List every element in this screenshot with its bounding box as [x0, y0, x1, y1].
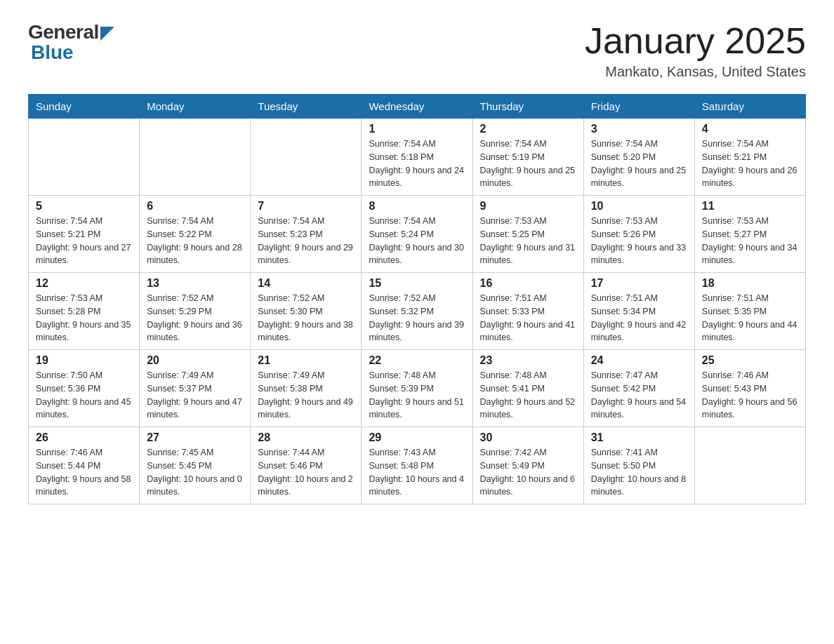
- calendar-cell: 31Sunrise: 7:41 AMSunset: 5:50 PMDayligh…: [583, 427, 694, 504]
- day-number: 26: [36, 431, 132, 444]
- title-block: January 2025 Mankato, Kansas, United Sta…: [585, 21, 806, 80]
- day-info: Sunrise: 7:49 AMSunset: 5:38 PMDaylight:…: [258, 369, 354, 422]
- day-info: Sunrise: 7:44 AMSunset: 5:46 PMDaylight:…: [258, 446, 354, 499]
- day-info: Sunrise: 7:53 AMSunset: 5:27 PMDaylight:…: [702, 215, 798, 267]
- calendar-table: SundayMondayTuesdayWednesdayThursdayFrid…: [28, 94, 806, 504]
- weekday-header-friday: Friday: [583, 95, 694, 119]
- day-number: 13: [147, 277, 243, 290]
- calendar-title: January 2025: [585, 21, 806, 61]
- day-info: Sunrise: 7:48 AMSunset: 5:39 PMDaylight:…: [369, 369, 465, 422]
- day-info: Sunrise: 7:50 AMSunset: 5:36 PMDaylight:…: [36, 369, 132, 422]
- day-number: 3: [591, 123, 687, 135]
- day-info: Sunrise: 7:48 AMSunset: 5:41 PMDaylight:…: [480, 369, 576, 422]
- day-info: Sunrise: 7:49 AMSunset: 5:37 PMDaylight:…: [147, 369, 243, 422]
- calendar-cell: 16Sunrise: 7:51 AMSunset: 5:33 PMDayligh…: [472, 273, 583, 350]
- calendar-cell: 26Sunrise: 7:46 AMSunset: 5:44 PMDayligh…: [29, 427, 140, 504]
- calendar-cell: 23Sunrise: 7:48 AMSunset: 5:41 PMDayligh…: [472, 350, 583, 427]
- calendar-cell: 7Sunrise: 7:54 AMSunset: 5:23 PMDaylight…: [251, 196, 362, 273]
- day-number: 7: [258, 200, 354, 213]
- calendar-cell: 2Sunrise: 7:54 AMSunset: 5:19 PMDaylight…: [472, 119, 583, 196]
- day-number: 21: [258, 354, 354, 367]
- day-info: Sunrise: 7:47 AMSunset: 5:42 PMDaylight:…: [591, 369, 687, 422]
- day-info: Sunrise: 7:54 AMSunset: 5:21 PMDaylight:…: [702, 137, 798, 190]
- day-number: 17: [591, 277, 687, 290]
- weekday-header-sunday: Sunday: [29, 95, 140, 119]
- day-info: Sunrise: 7:53 AMSunset: 5:25 PMDaylight:…: [480, 215, 576, 267]
- calendar-cell: 19Sunrise: 7:50 AMSunset: 5:36 PMDayligh…: [29, 350, 140, 427]
- calendar-cell: [251, 119, 362, 196]
- calendar-cell: 6Sunrise: 7:54 AMSunset: 5:22 PMDaylight…: [140, 196, 251, 273]
- calendar-cell: 12Sunrise: 7:53 AMSunset: 5:28 PMDayligh…: [29, 273, 140, 350]
- day-number: 27: [147, 431, 243, 444]
- calendar-cell: 3Sunrise: 7:54 AMSunset: 5:20 PMDaylight…: [583, 119, 694, 196]
- weekday-header-saturday: Saturday: [694, 95, 805, 119]
- day-number: 19: [36, 354, 132, 367]
- calendar-cell: 5Sunrise: 7:54 AMSunset: 5:21 PMDaylight…: [29, 196, 140, 273]
- calendar-cell: 18Sunrise: 7:51 AMSunset: 5:35 PMDayligh…: [694, 273, 805, 350]
- calendar-week-5: 26Sunrise: 7:46 AMSunset: 5:44 PMDayligh…: [29, 427, 806, 504]
- day-info: Sunrise: 7:54 AMSunset: 5:21 PMDaylight:…: [36, 215, 132, 267]
- calendar-cell: 9Sunrise: 7:53 AMSunset: 5:25 PMDaylight…: [472, 196, 583, 273]
- day-number: 12: [36, 277, 132, 290]
- day-info: Sunrise: 7:54 AMSunset: 5:24 PMDaylight:…: [369, 215, 465, 267]
- weekday-header-row: SundayMondayTuesdayWednesdayThursdayFrid…: [29, 95, 806, 119]
- day-info: Sunrise: 7:54 AMSunset: 5:22 PMDaylight:…: [147, 215, 243, 267]
- calendar-cell: 4Sunrise: 7:54 AMSunset: 5:21 PMDaylight…: [694, 119, 805, 196]
- calendar-cell: [694, 427, 805, 504]
- calendar-cell: 17Sunrise: 7:51 AMSunset: 5:34 PMDayligh…: [583, 273, 694, 350]
- page-header: General Blue January 2025 Mankato, Kansa…: [28, 21, 806, 80]
- calendar-cell: 20Sunrise: 7:49 AMSunset: 5:37 PMDayligh…: [140, 350, 251, 427]
- day-number: 28: [258, 431, 354, 444]
- day-info: Sunrise: 7:42 AMSunset: 5:49 PMDaylight:…: [480, 446, 576, 499]
- calendar-cell: 24Sunrise: 7:47 AMSunset: 5:42 PMDayligh…: [583, 350, 694, 427]
- day-number: 8: [369, 200, 465, 213]
- day-number: 30: [480, 431, 576, 444]
- calendar-cell: 28Sunrise: 7:44 AMSunset: 5:46 PMDayligh…: [251, 427, 362, 504]
- day-number: 29: [369, 431, 465, 444]
- day-info: Sunrise: 7:51 AMSunset: 5:35 PMDaylight:…: [702, 292, 798, 344]
- day-info: Sunrise: 7:54 AMSunset: 5:20 PMDaylight:…: [591, 137, 687, 190]
- day-info: Sunrise: 7:45 AMSunset: 5:45 PMDaylight:…: [147, 446, 243, 499]
- calendar-week-3: 12Sunrise: 7:53 AMSunset: 5:28 PMDayligh…: [29, 273, 806, 350]
- weekday-header-tuesday: Tuesday: [251, 95, 362, 119]
- day-number: 20: [147, 354, 243, 367]
- logo-blue-text: Blue: [31, 43, 114, 62]
- calendar-location: Mankato, Kansas, United States: [585, 64, 806, 80]
- day-info: Sunrise: 7:46 AMSunset: 5:44 PMDaylight:…: [36, 446, 132, 499]
- day-number: 2: [480, 123, 576, 135]
- calendar-cell: 15Sunrise: 7:52 AMSunset: 5:32 PMDayligh…: [362, 273, 472, 350]
- day-number: 1: [369, 123, 465, 135]
- calendar-cell: 21Sunrise: 7:49 AMSunset: 5:38 PMDayligh…: [251, 350, 362, 427]
- day-info: Sunrise: 7:53 AMSunset: 5:26 PMDaylight:…: [591, 215, 687, 267]
- day-number: 23: [480, 354, 576, 367]
- day-info: Sunrise: 7:52 AMSunset: 5:30 PMDaylight:…: [258, 292, 354, 344]
- day-number: 5: [36, 200, 132, 213]
- calendar-cell: 27Sunrise: 7:45 AMSunset: 5:45 PMDayligh…: [140, 427, 251, 504]
- calendar-cell: 30Sunrise: 7:42 AMSunset: 5:49 PMDayligh…: [472, 427, 583, 504]
- calendar-cell: 11Sunrise: 7:53 AMSunset: 5:27 PMDayligh…: [694, 196, 805, 273]
- weekday-header-monday: Monday: [140, 95, 251, 119]
- day-number: 14: [258, 277, 354, 290]
- day-info: Sunrise: 7:41 AMSunset: 5:50 PMDaylight:…: [591, 446, 687, 499]
- calendar-week-1: 1Sunrise: 7:54 AMSunset: 5:18 PMDaylight…: [29, 119, 806, 196]
- weekday-header-thursday: Thursday: [472, 95, 583, 119]
- day-number: 10: [591, 200, 687, 213]
- day-number: 18: [702, 277, 798, 290]
- calendar-cell: [140, 119, 251, 196]
- day-info: Sunrise: 7:52 AMSunset: 5:32 PMDaylight:…: [369, 292, 465, 344]
- day-info: Sunrise: 7:54 AMSunset: 5:23 PMDaylight:…: [258, 215, 354, 267]
- logo: General Blue: [28, 21, 114, 62]
- day-info: Sunrise: 7:53 AMSunset: 5:28 PMDaylight:…: [36, 292, 132, 344]
- day-number: 22: [369, 354, 465, 367]
- day-number: 4: [702, 123, 798, 135]
- day-info: Sunrise: 7:54 AMSunset: 5:19 PMDaylight:…: [480, 137, 576, 190]
- svg-marker-0: [100, 27, 114, 41]
- logo-general-text: General: [28, 22, 99, 42]
- day-info: Sunrise: 7:52 AMSunset: 5:29 PMDaylight:…: [147, 292, 243, 344]
- logo-triangle-icon: [100, 27, 114, 41]
- calendar-cell: 14Sunrise: 7:52 AMSunset: 5:30 PMDayligh…: [251, 273, 362, 350]
- calendar-cell: 10Sunrise: 7:53 AMSunset: 5:26 PMDayligh…: [583, 196, 694, 273]
- day-info: Sunrise: 7:51 AMSunset: 5:34 PMDaylight:…: [591, 292, 687, 344]
- day-info: Sunrise: 7:43 AMSunset: 5:48 PMDaylight:…: [369, 446, 465, 499]
- day-info: Sunrise: 7:54 AMSunset: 5:18 PMDaylight:…: [369, 137, 465, 190]
